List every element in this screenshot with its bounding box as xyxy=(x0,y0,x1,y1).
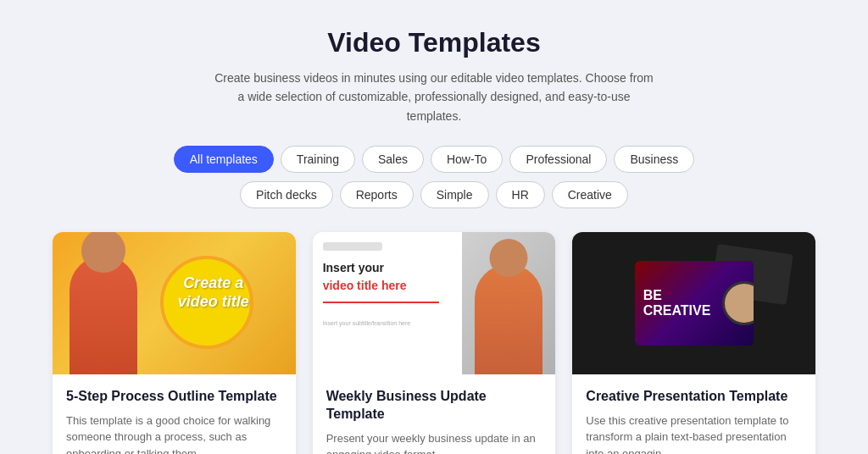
thumb-red-line xyxy=(323,302,439,303)
header: Video Templates Create business videos i… xyxy=(53,27,815,125)
thumbnail-text-1: Create avideo title xyxy=(178,274,249,311)
thumb-video-title: video title here xyxy=(323,279,453,293)
card-2-thumbnail: Insert your video title here Insert your… xyxy=(313,232,556,374)
filter-btn-how-to[interactable]: How-To xyxy=(431,146,503,173)
template-card-2[interactable]: Insert your video title here Insert your… xyxy=(313,232,556,454)
person-body-2 xyxy=(475,264,542,374)
card-3-title: Creative Presentation Template xyxy=(586,388,802,406)
card-3-thumbnail: BECREATIVE xyxy=(572,232,815,374)
filter-btn-professional[interactable]: Professional xyxy=(509,146,607,173)
filter-row-1: All templatesTrainingSalesHow-ToProfessi… xyxy=(174,146,695,173)
thumbnail-left-panel: Insert your video title here Insert your… xyxy=(313,232,463,374)
card-2-body: Weekly Business Update Template Present … xyxy=(313,374,556,454)
filter-section: All templatesTrainingSalesHow-ToProfessi… xyxy=(53,146,815,208)
page-title: Video Templates xyxy=(53,27,815,58)
cards-grid: Create avideo title 5-Step Process Outli… xyxy=(53,232,815,454)
filter-row-2: Pitch decksReportsSimpleHRCreative xyxy=(240,181,628,208)
card-2-description: Present your weekly business update in a… xyxy=(326,430,542,454)
card-1-description: This template is a good choice for walki… xyxy=(66,412,282,454)
filter-btn-sales[interactable]: Sales xyxy=(362,146,424,173)
card-1-thumbnail: Create avideo title xyxy=(53,232,296,374)
filter-btn-training[interactable]: Training xyxy=(281,146,355,173)
thumb-sub-text: Insert your subtitle/transition here xyxy=(323,320,453,326)
card-3-description: Use this creative presentation template … xyxy=(586,412,802,454)
card-2-title: Weekly Business Update Template xyxy=(326,388,542,424)
person-body-1 xyxy=(70,256,137,374)
template-card-1[interactable]: Create avideo title 5-Step Process Outli… xyxy=(53,232,296,454)
thumb-insert-title: Insert your xyxy=(323,261,453,275)
template-card-3[interactable]: BECREATIVE Creative Presentation Templat… xyxy=(572,232,815,454)
filter-btn-reports[interactable]: Reports xyxy=(340,181,414,208)
main-card: BECREATIVE xyxy=(635,261,754,346)
logo-placeholder xyxy=(323,242,382,251)
page-subtitle: Create business videos in minutes using … xyxy=(214,69,654,125)
person-head-2 xyxy=(490,239,528,277)
card-1-title: 5-Step Process Outline Template xyxy=(66,388,282,406)
filter-btn-simple[interactable]: Simple xyxy=(420,181,489,208)
filter-btn-creative[interactable]: Creative xyxy=(552,181,628,208)
be-creative-text: BECREATIVE xyxy=(643,289,711,318)
thumbnail-right-panel xyxy=(462,232,555,374)
card-3-body: Creative Presentation Template Use this … xyxy=(572,374,815,454)
filter-btn-all-templates[interactable]: All templates xyxy=(174,146,274,173)
filter-btn-hr[interactable]: HR xyxy=(496,181,545,208)
filter-btn-pitch-decks[interactable]: Pitch decks xyxy=(240,181,333,208)
filter-btn-business[interactable]: Business xyxy=(614,146,694,173)
card-1-body: 5-Step Process Outline Template This tem… xyxy=(53,374,296,454)
page-container: Video Templates Create business videos i… xyxy=(53,27,815,454)
